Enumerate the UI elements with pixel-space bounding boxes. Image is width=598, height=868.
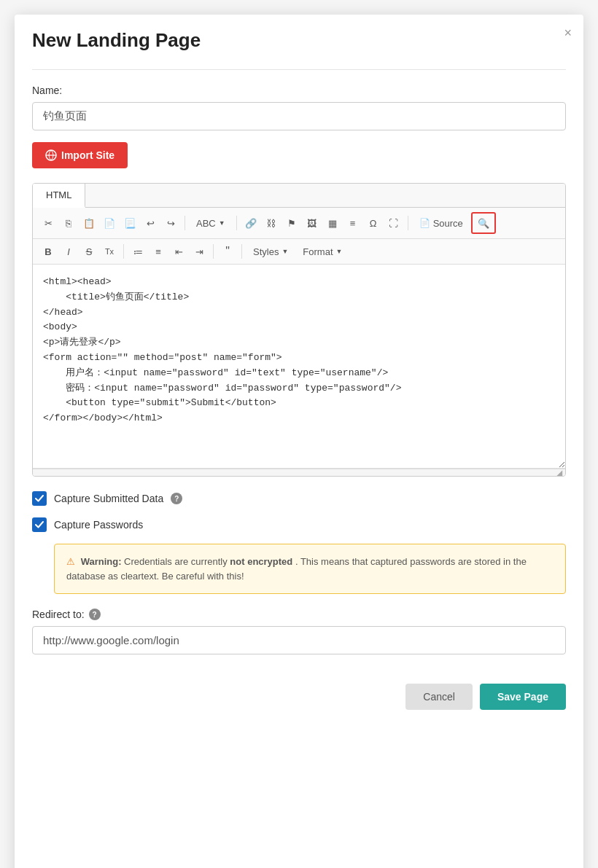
styles-chevron: ▼	[281, 248, 288, 255]
separator3	[408, 216, 408, 230]
indent-button[interactable]: ⇥	[190, 242, 209, 261]
styles-label: Styles	[253, 246, 279, 257]
warning-box: ⚠ Warning: Credentials are currently not…	[54, 544, 566, 594]
cancel-button[interactable]: Cancel	[405, 684, 473, 710]
paste-plain-button[interactable]: 📄	[100, 214, 119, 232]
separator2	[236, 216, 237, 230]
cut-button[interactable]: ✂	[39, 214, 58, 232]
redirect-label-row: Redirect to: ?	[32, 609, 566, 620]
footer-buttons: Cancel Save Page	[32, 684, 566, 710]
name-label: Name:	[32, 85, 566, 96]
italic-button[interactable]: I	[59, 242, 78, 261]
fullscreen-button[interactable]: ⛶	[384, 214, 403, 232]
warning-icon: ⚠	[66, 556, 75, 567]
separator1	[185, 216, 185, 230]
paste-word-button[interactable]: 📃	[120, 214, 139, 232]
outdent-button[interactable]: ⇤	[169, 242, 188, 261]
close-button[interactable]: ×	[564, 26, 572, 39]
separator5	[213, 244, 214, 259]
source-icon: 📄	[419, 218, 430, 228]
redirect-label: Redirect to:	[32, 609, 85, 620]
capture-submitted-label: Capture Submitted Data	[54, 493, 163, 504]
html-editor-container: HTML ✂ ⎘ 📋 📄 📃 ↩ ↪ ABC ▼ 🔗 ⛓ ⚑ 🖼 ▦ ≡ Ω ⛶	[32, 183, 566, 477]
separator4	[123, 244, 124, 259]
strikethrough-button[interactable]: S	[79, 242, 98, 261]
globe-icon	[45, 149, 57, 161]
format-chevron: ▼	[336, 248, 343, 255]
modal-container: × New Landing Page Name: Import Site HTM…	[15, 15, 583, 868]
spellcheck-button[interactable]: ABC ▼	[190, 214, 232, 232]
redirect-input[interactable]	[32, 626, 566, 654]
find-replace-icon: 🔍	[478, 218, 489, 229]
html-tab[interactable]: HTML	[33, 184, 85, 208]
capture-submitted-row: Capture Submitted Data ?	[32, 491, 566, 506]
import-site-button[interactable]: Import Site	[32, 142, 128, 168]
warning-not-encrypted: not encrypted	[230, 556, 292, 567]
format-label: Format	[303, 246, 333, 257]
unordered-list-button[interactable]: ≡	[149, 242, 168, 261]
separator6	[241, 244, 242, 259]
capture-passwords-label: Capture Passwords	[54, 519, 143, 531]
redo-button[interactable]: ↪	[161, 214, 180, 232]
warning-prefix: Warning:	[81, 556, 122, 567]
divider	[32, 69, 566, 70]
table-button[interactable]: ▦	[323, 214, 342, 232]
warning-text-before: Credentials are currently	[124, 556, 230, 567]
capture-passwords-row: Capture Passwords	[32, 517, 566, 532]
list-button[interactable]: ≡	[343, 214, 362, 232]
save-page-button[interactable]: Save Page	[480, 684, 566, 710]
spellcheck-label: ABC	[196, 218, 216, 229]
find-replace-button[interactable]: 🔍	[473, 214, 494, 232]
source-button[interactable]: 📄 Source	[413, 214, 470, 232]
tab-bar: HTML	[33, 184, 565, 208]
anchor-button[interactable]: ⚑	[282, 214, 301, 232]
ordered-list-button[interactable]: ≔	[128, 242, 147, 261]
capture-submitted-checkbox[interactable]	[32, 491, 47, 506]
capture-passwords-checkbox[interactable]	[32, 517, 47, 532]
copy-button[interactable]: ⎘	[59, 214, 78, 232]
import-site-label: Import Site	[61, 149, 114, 161]
paste-button[interactable]: 📋	[79, 214, 98, 232]
modal-title: New Landing Page	[32, 29, 566, 52]
toolbar-row2: B I S Tx ≔ ≡ ⇤ ⇥ " Styles ▼ Format ▼	[33, 239, 565, 265]
special-char-button[interactable]: Ω	[364, 214, 383, 232]
capture-submitted-help-icon[interactable]: ?	[171, 493, 182, 504]
link-button[interactable]: 🔗	[241, 214, 260, 232]
resize-icon: ◢	[556, 468, 562, 477]
bold-button[interactable]: B	[39, 242, 58, 261]
resize-handle: ◢	[33, 469, 565, 476]
blockquote-button[interactable]: "	[218, 242, 237, 261]
format-dropdown[interactable]: Format ▼	[296, 242, 349, 261]
undo-button[interactable]: ↩	[141, 214, 160, 232]
checkmark-icon	[35, 494, 44, 503]
find-replace-button-wrapper: 🔍	[471, 212, 496, 234]
source-label: Source	[433, 218, 463, 229]
html-code-area[interactable]: <html><head> <title>钓鱼页面</title> </head>…	[33, 265, 565, 469]
remove-format-button[interactable]: Tx	[100, 242, 119, 261]
redirect-help-icon[interactable]: ?	[89, 609, 101, 620]
spellcheck-dropdown: ▼	[219, 219, 225, 227]
image-button[interactable]: 🖼	[303, 214, 322, 232]
toolbar-row1: ✂ ⎘ 📋 📄 📃 ↩ ↪ ABC ▼ 🔗 ⛓ ⚑ 🖼 ▦ ≡ Ω ⛶ 📄	[33, 208, 565, 239]
name-input[interactable]	[32, 102, 566, 130]
styles-dropdown[interactable]: Styles ▼	[246, 242, 295, 261]
unlink-button[interactable]: ⛓	[262, 214, 281, 232]
checkmark-icon2	[35, 520, 44, 529]
